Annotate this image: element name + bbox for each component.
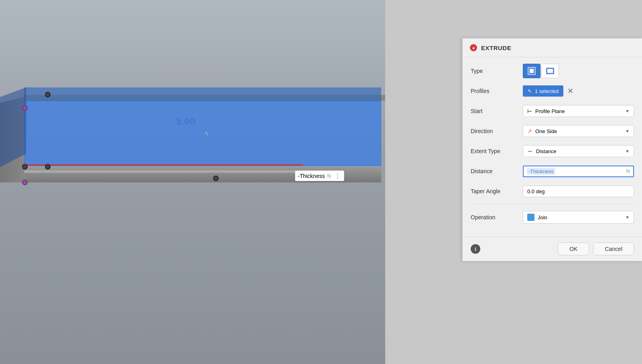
extrude-thin-icon: [546, 68, 554, 74]
direction-row: Direction ↗ One Side ▼: [471, 124, 634, 138]
start-dropdown-arrow-icon: ▼: [625, 109, 630, 113]
type-thin-button[interactable]: [541, 64, 559, 78]
type-row: Type: [471, 64, 634, 78]
direction-dropdown[interactable]: ↗ One Side ▼: [523, 125, 634, 137]
distance-fx-button[interactable]: fx: [626, 168, 630, 174]
join-icon: [527, 214, 534, 221]
control-point-purple-bl[interactable]: [22, 180, 28, 185]
panel-header: ● EXTRUDE: [463, 38, 642, 57]
viewport-thickness-value: -Thickness: [298, 173, 325, 179]
extent-type-label: Extent Type: [471, 148, 523, 154]
distance-row: Distance -Thickness fx: [471, 164, 634, 178]
distance-control: -Thickness fx: [523, 166, 634, 177]
panel-title: EXTRUDE: [481, 44, 511, 51]
taper-angle-label: Taper Angle: [471, 188, 523, 194]
3d-viewport[interactable]: 5.00 ↖ -Thickness fx ⋮: [0, 0, 385, 364]
control-point-bottom[interactable]: [213, 176, 219, 181]
profiles-control: ↖ 1 selected ✕: [523, 85, 634, 97]
profiles-label: Profiles: [471, 88, 523, 94]
cancel-button[interactable]: Cancel: [593, 243, 634, 255]
taper-angle-input[interactable]: [523, 186, 634, 197]
ok-button[interactable]: OK: [558, 243, 589, 255]
extrude-solid-icon: [528, 67, 536, 75]
profiles-selected-button[interactable]: ↖ 1 selected: [523, 85, 563, 97]
extent-type-dropdown-value: Distance: [536, 148, 557, 154]
gray-band: [24, 170, 305, 173]
distance-label: Distance: [471, 168, 523, 174]
info-button[interactable]: i: [471, 244, 480, 254]
viewport-thickness-input[interactable]: -Thickness fx ⋮: [295, 170, 344, 181]
extent-type-control: ↔ Distance ▼: [523, 145, 634, 157]
panel-body: Type Profiles ↖ 1 selected ✕: [463, 57, 642, 237]
profiles-clear-button[interactable]: ✕: [566, 87, 575, 95]
viewport-fx-label: fx: [327, 173, 331, 179]
start-row: Start ⊢ Profile Plane ▼: [471, 104, 634, 118]
blue-top-face: [24, 87, 381, 101]
direction-dropdown-value: One Side: [535, 128, 557, 134]
operation-dropdown[interactable]: Join ▼: [523, 211, 634, 224]
profile-plane-icon: ⊢: [527, 108, 532, 114]
start-control: ⊢ Profile Plane ▼: [523, 105, 634, 117]
blue-left-face: [0, 87, 26, 167]
operation-label: Operation: [471, 214, 523, 220]
panel-footer: i OK Cancel: [463, 237, 642, 261]
operation-control: Join ▼: [523, 211, 634, 224]
profiles-selected-label: 1 selected: [535, 88, 559, 94]
profiles-row: Profiles ↖ 1 selected ✕: [471, 84, 634, 98]
start-label: Start: [471, 108, 523, 114]
blue-front-face: [24, 100, 381, 166]
extent-type-dropdown-arrow-icon: ▼: [625, 149, 630, 154]
distance-field[interactable]: -Thickness fx: [523, 166, 634, 177]
direction-label: Direction: [471, 128, 523, 134]
grid-floor: [0, 242, 385, 284]
direction-control: ↗ One Side ▼: [523, 125, 634, 137]
red-bottom-line: [22, 164, 303, 166]
type-solid-button[interactable]: [523, 64, 540, 78]
divider: [471, 204, 634, 204]
extent-type-dropdown[interactable]: ↔ Distance ▼: [523, 145, 634, 157]
taper-angle-control: [523, 186, 634, 197]
type-buttons: [523, 64, 634, 78]
one-side-icon: ↗: [527, 128, 532, 134]
extent-type-row: Extent Type ↔ Distance ▼: [471, 144, 634, 158]
distance-icon: ↔: [527, 148, 533, 154]
start-dropdown-value: Profile Plane: [535, 108, 565, 114]
close-icon: ●: [472, 46, 475, 50]
cursor-select-icon: ↖: [528, 88, 532, 94]
extrude-panel: ● EXTRUDE Type Profiles ↖ 1 selected: [462, 38, 642, 261]
distance-value: -Thickness: [527, 168, 555, 175]
taper-angle-row: Taper Angle: [471, 184, 634, 198]
type-label: Type: [471, 68, 523, 74]
control-point-bl2[interactable]: [45, 164, 51, 170]
operation-row: Operation Join ▼: [471, 210, 634, 224]
direction-dropdown-arrow-icon: ▼: [625, 129, 630, 133]
start-dropdown[interactable]: ⊢ Profile Plane ▼: [523, 105, 634, 117]
panel-close-button[interactable]: ●: [470, 44, 477, 51]
control-point-tr[interactable]: [45, 92, 51, 97]
control-point-tl[interactable]: [22, 105, 28, 111]
operation-dropdown-arrow-icon: ▼: [625, 215, 630, 220]
operation-dropdown-value: Join: [538, 214, 547, 220]
dimension-label: 5.00: [177, 116, 195, 127]
viewport-more-button[interactable]: ⋮: [333, 172, 341, 180]
control-point-bl[interactable]: [22, 164, 28, 170]
